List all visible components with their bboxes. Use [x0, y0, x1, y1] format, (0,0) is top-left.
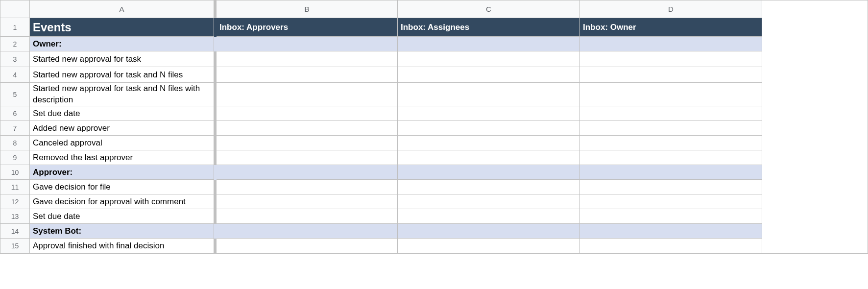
cell-a1[interactable]: Events [30, 18, 214, 37]
row-header-12[interactable]: 12 [0, 194, 30, 209]
cell-d3[interactable] [580, 51, 762, 67]
row-header-15[interactable]: 15 [0, 239, 30, 253]
cell-a8[interactable]: Canceled approval [30, 136, 214, 150]
cell-a10[interactable]: Approver: [30, 165, 214, 180]
row-header-7[interactable]: 7 [0, 121, 30, 136]
row-header-2[interactable]: 2 [0, 37, 30, 51]
cell-a3[interactable]: Started new approval for task [30, 51, 214, 67]
cell-c9[interactable] [398, 150, 580, 165]
cell-d10[interactable] [580, 165, 762, 180]
cell-d6[interactable] [580, 106, 762, 121]
cell-c6[interactable] [398, 106, 580, 121]
cell-c5[interactable] [398, 83, 580, 106]
row-header-10[interactable]: 10 [0, 165, 30, 180]
row-header-13[interactable]: 13 [0, 209, 30, 224]
cell-d11[interactable] [580, 180, 762, 194]
cell-a9[interactable]: Removed the last approver [30, 150, 214, 165]
row-header-14[interactable]: 14 [0, 224, 30, 239]
cell-b6[interactable] [217, 106, 398, 121]
cell-a14[interactable]: System Bot: [30, 224, 214, 239]
cell-c14[interactable] [398, 224, 580, 239]
cell-b1[interactable]: Inbox: Approvers [217, 18, 398, 37]
cell-b3[interactable] [217, 51, 398, 67]
cell-b8[interactable] [217, 136, 398, 150]
col-header-a[interactable]: A [30, 0, 214, 18]
cell-b12[interactable] [217, 194, 398, 209]
cell-b13[interactable] [217, 209, 398, 224]
cell-b4[interactable] [217, 67, 398, 83]
cell-c12[interactable] [398, 194, 580, 209]
cell-a5[interactable]: Started new approval for task and N file… [30, 83, 214, 106]
row-header-5[interactable]: 5 [0, 83, 30, 106]
cell-c8[interactable] [398, 136, 580, 150]
cell-a2[interactable]: Owner: [30, 37, 214, 51]
row-header-11[interactable]: 11 [0, 180, 30, 194]
spreadsheet-grid[interactable]: A B C D 1 Events Inbox: Approvers Inbox:… [0, 0, 868, 254]
cell-d8[interactable] [580, 136, 762, 150]
cell-a15[interactable]: Approval finished with final decision [30, 239, 214, 253]
cell-a12[interactable]: Gave decision for approval with comment [30, 194, 214, 209]
cell-c15[interactable] [398, 239, 580, 253]
cell-d5[interactable] [580, 83, 762, 106]
cell-d12[interactable] [580, 194, 762, 209]
row-header-4[interactable]: 4 [0, 67, 30, 83]
cell-d15[interactable] [580, 239, 762, 253]
cell-d7[interactable] [580, 121, 762, 136]
cell-b9[interactable] [217, 150, 398, 165]
col-header-b[interactable]: B [217, 0, 398, 18]
cell-c10[interactable] [398, 165, 580, 180]
cell-d1[interactable]: Inbox: Owner [580, 18, 762, 37]
cell-b15[interactable] [217, 239, 398, 253]
cell-a4[interactable]: Started new approval for task and N file… [30, 67, 214, 83]
row-header-9[interactable]: 9 [0, 150, 30, 165]
row-header-1[interactable]: 1 [0, 18, 30, 37]
cell-c13[interactable] [398, 209, 580, 224]
cell-b10[interactable] [217, 165, 398, 180]
cell-a11[interactable]: Gave decision for file [30, 180, 214, 194]
cell-b5[interactable] [217, 83, 398, 106]
cell-b2[interactable] [217, 37, 398, 51]
row-header-3[interactable]: 3 [0, 51, 30, 67]
row-header-8[interactable]: 8 [0, 136, 30, 150]
col-header-d[interactable]: D [580, 0, 762, 18]
cell-d2[interactable] [580, 37, 762, 51]
row-header-6[interactable]: 6 [0, 106, 30, 121]
cell-a7[interactable]: Added new approver [30, 121, 214, 136]
cell-c3[interactable] [398, 51, 580, 67]
cell-d14[interactable] [580, 224, 762, 239]
cell-d4[interactable] [580, 67, 762, 83]
cell-d9[interactable] [580, 150, 762, 165]
col-header-c[interactable]: C [398, 0, 580, 18]
cell-c2[interactable] [398, 37, 580, 51]
cell-c11[interactable] [398, 180, 580, 194]
cell-a6[interactable]: Set due date [30, 106, 214, 121]
cell-c4[interactable] [398, 67, 580, 83]
cell-a13[interactable]: Set due date [30, 209, 214, 224]
cell-b11[interactable] [217, 180, 398, 194]
cell-b7[interactable] [217, 121, 398, 136]
cell-c1[interactable]: Inbox: Assignees [398, 18, 580, 37]
cell-b14[interactable] [217, 224, 398, 239]
cell-d13[interactable] [580, 209, 762, 224]
corner-cell[interactable] [0, 0, 30, 18]
cell-c7[interactable] [398, 121, 580, 136]
